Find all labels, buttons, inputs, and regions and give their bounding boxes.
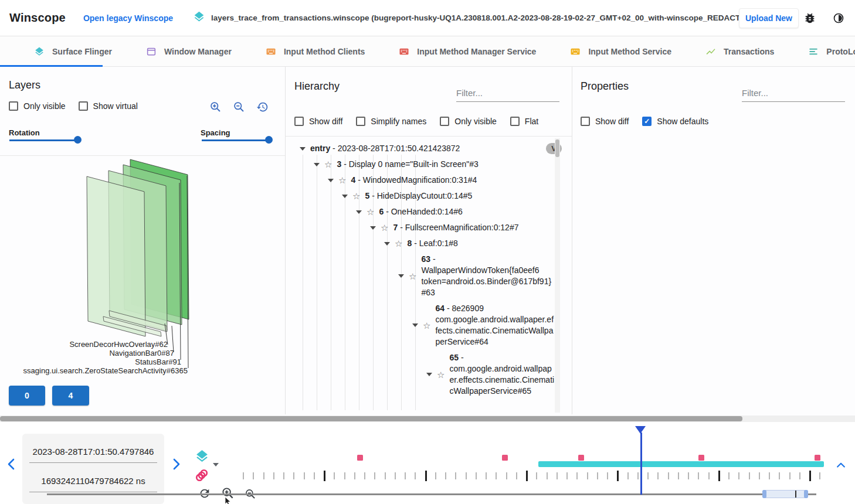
tree-node-3[interactable]: ☆3 - Display 0 name="Built-in Screen"#3	[294, 159, 562, 170]
checkbox-box[interactable]	[440, 117, 449, 126]
checkbox-box[interactable]	[581, 117, 590, 126]
bug-report-icon[interactable]	[803, 12, 816, 25]
checkbox-box[interactable]	[642, 117, 652, 126]
checkbox-box[interactable]	[79, 101, 88, 111]
expand-caret-icon[interactable]	[328, 179, 334, 182]
expand-caret-icon[interactable]	[412, 323, 418, 327]
layers-icon	[34, 46, 45, 57]
layer-count-button-4[interactable]: 4	[52, 386, 89, 406]
pin-star-icon[interactable]: ☆	[367, 207, 374, 216]
checkbox-box[interactable]	[356, 117, 365, 126]
checkbox-label: Show virtual	[93, 101, 138, 111]
tree-node-63[interactable]: ☆63 - WallpaperWindowToken{fa0eef6 token…	[294, 254, 562, 298]
collapse-timeline-icon[interactable]	[835, 459, 847, 471]
pin-star-icon[interactable]: ☆	[437, 370, 445, 379]
tab-transactions[interactable]: Transactions	[705, 46, 774, 57]
hierarchy-filter-input[interactable]	[456, 87, 559, 102]
expand-caret-icon[interactable]	[398, 274, 404, 278]
pin-star-icon[interactable]: ☆	[409, 272, 416, 281]
layer-count-button-0[interactable]: 0	[9, 386, 45, 406]
tree-node-6[interactable]: ☆6 - OneHanded:0:14#6	[294, 206, 562, 217]
tree-node-8[interactable]: ☆8 - Leaf:0:1#8	[294, 238, 562, 249]
upload-new-button[interactable]: Upload New	[739, 8, 799, 28]
timeline-cursor-line[interactable]	[640, 433, 642, 495]
pin-star-icon[interactable]: ☆	[324, 160, 332, 169]
bookmark-marker[interactable]	[578, 455, 584, 461]
dark-mode-icon[interactable]	[833, 12, 844, 24]
hierarchy-scrollbar-track[interactable]	[555, 138, 560, 413]
bookmark-marker[interactable]	[502, 455, 508, 461]
timestamp-ns-input[interactable]: 1693242110479784622 ns	[29, 472, 157, 492]
pin-star-icon[interactable]: ☆	[352, 192, 360, 200]
trace-dropdown-icon[interactable]	[213, 463, 219, 466]
tree-node-entry[interactable]: entry - 2023-08-28T17:01:50.421423872V	[294, 143, 562, 154]
spacing-slider[interactable]	[202, 136, 271, 144]
minimap-right-handle[interactable]	[804, 490, 808, 498]
timestamp-date-input[interactable]: 2023-08-28T17:01:50.4797846	[29, 443, 157, 463]
rotation-slider-thumb[interactable]	[74, 136, 82, 144]
tree-node-65[interactable]: ☆65 - com.google.android.wallpaper.effec…	[294, 352, 562, 397]
pin-star-icon[interactable]: ☆	[395, 239, 402, 248]
tab-input-method-manager-service[interactable]: Input Method Manager Service	[399, 46, 536, 57]
timeline-cursor-head[interactable]	[635, 426, 646, 434]
layers-checkbox-only-visible[interactable]: Only visible	[9, 101, 66, 111]
tab-input-method-service[interactable]: Input Method Service	[570, 46, 671, 57]
transitions-band[interactable]	[538, 461, 824, 467]
checkbox-box[interactable]	[9, 101, 18, 111]
tree-node-4[interactable]: ☆4 - WindowedMagnification:0:31#4	[294, 175, 562, 186]
expand-caret-icon[interactable]	[342, 195, 348, 198]
next-entry-icon[interactable]	[169, 457, 183, 471]
hierarchy-scrollbar-thumb[interactable]	[555, 139, 559, 157]
timeline-tick	[738, 472, 739, 479]
timeline-minimap[interactable]	[47, 493, 816, 495]
checkbox-label: Only visible	[23, 101, 66, 111]
transitions-trace-icon[interactable]	[194, 468, 209, 485]
hierarchy-checkbox-only-visible[interactable]: Only visible	[440, 117, 497, 126]
properties-filter-input[interactable]	[742, 87, 845, 102]
minimap-cursor-tick	[795, 491, 796, 498]
expand-caret-icon[interactable]	[384, 242, 390, 246]
checkbox-box[interactable]	[510, 117, 520, 126]
horizontal-scrollbar-thumb[interactable]	[0, 416, 742, 421]
layers-trace-icon[interactable]	[195, 449, 209, 466]
checkbox-box[interactable]	[294, 117, 304, 126]
timeline-tick	[455, 472, 456, 479]
tree-node-5[interactable]: ☆5 - HideDisplayCutout:0:14#5	[294, 190, 562, 202]
tab-input-method-clients[interactable]: Input Method Clients	[266, 46, 365, 57]
expand-caret-icon[interactable]	[356, 210, 362, 214]
tab-surface-flinger[interactable]: Surface Flinger	[34, 46, 112, 57]
expand-caret-icon[interactable]	[300, 147, 306, 151]
hierarchy-checkbox-simplify-names[interactable]: Simplify names	[356, 117, 426, 126]
timeline-tick	[506, 472, 507, 479]
pin-star-icon[interactable]: ☆	[381, 223, 388, 232]
timeline-tick	[769, 472, 770, 479]
hierarchy-checkbox-show-diff[interactable]: Show diff	[294, 117, 342, 126]
zoom-out-icon[interactable]	[233, 101, 245, 113]
rotation-slider[interactable]	[9, 136, 80, 144]
tree-node-7[interactable]: ☆7 - FullscreenMagnification:0:12#7	[294, 222, 562, 233]
properties-checkbox-show-diff[interactable]: Show diff	[581, 117, 629, 126]
layers-checkbox-show-virtual[interactable]: Show virtual	[79, 101, 138, 111]
zoom-in-icon[interactable]	[209, 101, 222, 113]
spacing-slider-thumb[interactable]	[265, 136, 273, 144]
expand-caret-icon[interactable]	[314, 163, 320, 166]
tree-node-64[interactable]: ☆64 - 8e26909 com.google.android.wallpap…	[294, 303, 562, 348]
timeline-tick	[304, 472, 305, 479]
restore-view-icon[interactable]	[256, 101, 269, 113]
bookmark-marker[interactable]	[815, 455, 820, 461]
tab-window-manager[interactable]: Window Manager	[146, 46, 232, 57]
pin-star-icon[interactable]: ☆	[423, 321, 430, 330]
minimap-left-handle[interactable]	[762, 490, 766, 498]
pin-star-icon[interactable]: ☆	[338, 176, 346, 185]
expand-caret-icon[interactable]	[370, 226, 376, 230]
hierarchy-checkbox-flat[interactable]: Flat	[510, 117, 538, 126]
expand-caret-icon[interactable]	[426, 373, 432, 376]
properties-checkbox-show-defaults[interactable]: Show defaults	[642, 117, 708, 126]
open-legacy-link[interactable]: Open legacy Winscope	[83, 13, 173, 23]
bookmark-marker[interactable]	[698, 455, 704, 461]
timeline-tick	[557, 472, 558, 479]
minimap-selection-window[interactable]	[762, 490, 808, 498]
previous-entry-icon[interactable]	[5, 457, 19, 471]
bookmark-marker[interactable]	[357, 455, 363, 461]
tab-protolog[interactable]: ProtoLog	[808, 46, 855, 57]
